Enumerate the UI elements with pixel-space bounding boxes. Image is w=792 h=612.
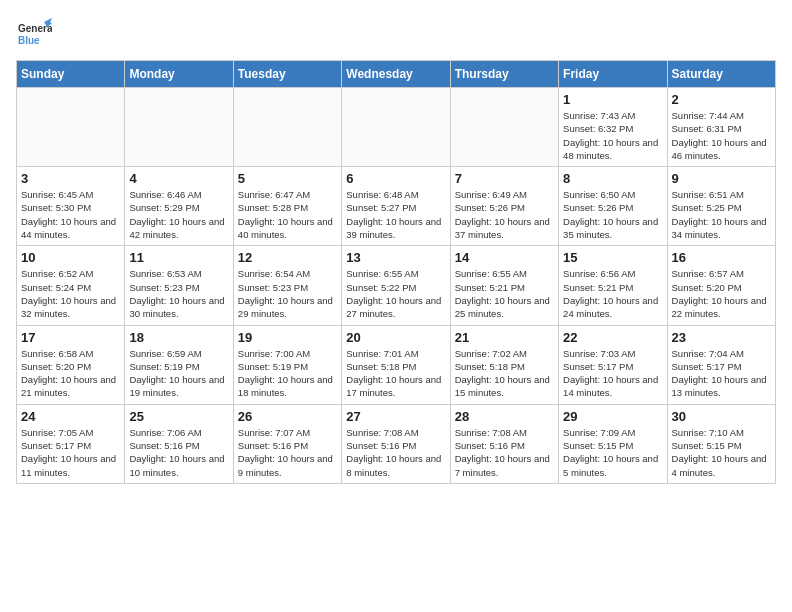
- day-info: Sunrise: 6:49 AM Sunset: 5:26 PM Dayligh…: [455, 188, 554, 241]
- calendar-cell: 28Sunrise: 7:08 AM Sunset: 5:16 PM Dayli…: [450, 404, 558, 483]
- calendar-cell: 22Sunrise: 7:03 AM Sunset: 5:17 PM Dayli…: [559, 325, 667, 404]
- day-info: Sunrise: 6:50 AM Sunset: 5:26 PM Dayligh…: [563, 188, 662, 241]
- day-number: 5: [238, 171, 337, 186]
- calendar-cell: 27Sunrise: 7:08 AM Sunset: 5:16 PM Dayli…: [342, 404, 450, 483]
- calendar-cell: 1Sunrise: 7:43 AM Sunset: 6:32 PM Daylig…: [559, 88, 667, 167]
- calendar-week-2: 10Sunrise: 6:52 AM Sunset: 5:24 PM Dayli…: [17, 246, 776, 325]
- calendar-header-tuesday: Tuesday: [233, 61, 341, 88]
- day-number: 14: [455, 250, 554, 265]
- day-number: 21: [455, 330, 554, 345]
- calendar-header-friday: Friday: [559, 61, 667, 88]
- calendar-cell: 7Sunrise: 6:49 AM Sunset: 5:26 PM Daylig…: [450, 167, 558, 246]
- day-number: 15: [563, 250, 662, 265]
- logo-icon: General Blue: [16, 16, 52, 52]
- calendar-cell: 29Sunrise: 7:09 AM Sunset: 5:15 PM Dayli…: [559, 404, 667, 483]
- day-info: Sunrise: 7:04 AM Sunset: 5:17 PM Dayligh…: [672, 347, 771, 400]
- day-info: Sunrise: 7:01 AM Sunset: 5:18 PM Dayligh…: [346, 347, 445, 400]
- day-number: 10: [21, 250, 120, 265]
- calendar-cell: [342, 88, 450, 167]
- day-info: Sunrise: 7:00 AM Sunset: 5:19 PM Dayligh…: [238, 347, 337, 400]
- day-number: 18: [129, 330, 228, 345]
- svg-text:Blue: Blue: [18, 35, 40, 46]
- calendar-cell: [17, 88, 125, 167]
- calendar-cell: 14Sunrise: 6:55 AM Sunset: 5:21 PM Dayli…: [450, 246, 558, 325]
- day-number: 1: [563, 92, 662, 107]
- day-info: Sunrise: 6:56 AM Sunset: 5:21 PM Dayligh…: [563, 267, 662, 320]
- calendar-cell: 3Sunrise: 6:45 AM Sunset: 5:30 PM Daylig…: [17, 167, 125, 246]
- calendar-table: SundayMondayTuesdayWednesdayThursdayFrid…: [16, 60, 776, 484]
- day-number: 16: [672, 250, 771, 265]
- day-info: Sunrise: 6:51 AM Sunset: 5:25 PM Dayligh…: [672, 188, 771, 241]
- header: General Blue: [16, 16, 776, 52]
- calendar-cell: 19Sunrise: 7:00 AM Sunset: 5:19 PM Dayli…: [233, 325, 341, 404]
- day-info: Sunrise: 7:43 AM Sunset: 6:32 PM Dayligh…: [563, 109, 662, 162]
- day-number: 7: [455, 171, 554, 186]
- calendar-header-wednesday: Wednesday: [342, 61, 450, 88]
- calendar-cell: 6Sunrise: 6:48 AM Sunset: 5:27 PM Daylig…: [342, 167, 450, 246]
- day-info: Sunrise: 7:05 AM Sunset: 5:17 PM Dayligh…: [21, 426, 120, 479]
- day-info: Sunrise: 6:58 AM Sunset: 5:20 PM Dayligh…: [21, 347, 120, 400]
- day-info: Sunrise: 6:55 AM Sunset: 5:21 PM Dayligh…: [455, 267, 554, 320]
- calendar-cell: 8Sunrise: 6:50 AM Sunset: 5:26 PM Daylig…: [559, 167, 667, 246]
- day-number: 13: [346, 250, 445, 265]
- calendar-header-saturday: Saturday: [667, 61, 775, 88]
- calendar-cell: 30Sunrise: 7:10 AM Sunset: 5:15 PM Dayli…: [667, 404, 775, 483]
- day-info: Sunrise: 7:08 AM Sunset: 5:16 PM Dayligh…: [346, 426, 445, 479]
- day-info: Sunrise: 6:52 AM Sunset: 5:24 PM Dayligh…: [21, 267, 120, 320]
- calendar-cell: 17Sunrise: 6:58 AM Sunset: 5:20 PM Dayli…: [17, 325, 125, 404]
- logo: General Blue: [16, 16, 52, 52]
- calendar-cell: 11Sunrise: 6:53 AM Sunset: 5:23 PM Dayli…: [125, 246, 233, 325]
- day-info: Sunrise: 6:46 AM Sunset: 5:29 PM Dayligh…: [129, 188, 228, 241]
- day-number: 3: [21, 171, 120, 186]
- day-info: Sunrise: 6:55 AM Sunset: 5:22 PM Dayligh…: [346, 267, 445, 320]
- day-number: 26: [238, 409, 337, 424]
- day-info: Sunrise: 7:44 AM Sunset: 6:31 PM Dayligh…: [672, 109, 771, 162]
- day-number: 8: [563, 171, 662, 186]
- calendar-cell: 16Sunrise: 6:57 AM Sunset: 5:20 PM Dayli…: [667, 246, 775, 325]
- day-number: 4: [129, 171, 228, 186]
- day-number: 6: [346, 171, 445, 186]
- day-info: Sunrise: 6:48 AM Sunset: 5:27 PM Dayligh…: [346, 188, 445, 241]
- calendar-cell: 26Sunrise: 7:07 AM Sunset: 5:16 PM Dayli…: [233, 404, 341, 483]
- day-info: Sunrise: 6:47 AM Sunset: 5:28 PM Dayligh…: [238, 188, 337, 241]
- day-number: 23: [672, 330, 771, 345]
- day-number: 12: [238, 250, 337, 265]
- day-info: Sunrise: 7:03 AM Sunset: 5:17 PM Dayligh…: [563, 347, 662, 400]
- calendar-cell: 9Sunrise: 6:51 AM Sunset: 5:25 PM Daylig…: [667, 167, 775, 246]
- calendar-header-thursday: Thursday: [450, 61, 558, 88]
- day-number: 22: [563, 330, 662, 345]
- calendar-cell: 10Sunrise: 6:52 AM Sunset: 5:24 PM Dayli…: [17, 246, 125, 325]
- calendar-cell: 20Sunrise: 7:01 AM Sunset: 5:18 PM Dayli…: [342, 325, 450, 404]
- calendar-header-sunday: Sunday: [17, 61, 125, 88]
- day-number: 30: [672, 409, 771, 424]
- calendar-cell: 15Sunrise: 6:56 AM Sunset: 5:21 PM Dayli…: [559, 246, 667, 325]
- calendar-cell: [125, 88, 233, 167]
- day-number: 25: [129, 409, 228, 424]
- calendar-cell: 4Sunrise: 6:46 AM Sunset: 5:29 PM Daylig…: [125, 167, 233, 246]
- calendar-header-monday: Monday: [125, 61, 233, 88]
- day-number: 11: [129, 250, 228, 265]
- calendar-cell: 24Sunrise: 7:05 AM Sunset: 5:17 PM Dayli…: [17, 404, 125, 483]
- day-info: Sunrise: 7:09 AM Sunset: 5:15 PM Dayligh…: [563, 426, 662, 479]
- day-number: 27: [346, 409, 445, 424]
- calendar-cell: 12Sunrise: 6:54 AM Sunset: 5:23 PM Dayli…: [233, 246, 341, 325]
- day-number: 19: [238, 330, 337, 345]
- day-info: Sunrise: 7:08 AM Sunset: 5:16 PM Dayligh…: [455, 426, 554, 479]
- day-info: Sunrise: 6:53 AM Sunset: 5:23 PM Dayligh…: [129, 267, 228, 320]
- day-info: Sunrise: 6:45 AM Sunset: 5:30 PM Dayligh…: [21, 188, 120, 241]
- day-info: Sunrise: 6:57 AM Sunset: 5:20 PM Dayligh…: [672, 267, 771, 320]
- day-number: 24: [21, 409, 120, 424]
- calendar-header-row: SundayMondayTuesdayWednesdayThursdayFrid…: [17, 61, 776, 88]
- calendar-cell: 25Sunrise: 7:06 AM Sunset: 5:16 PM Dayli…: [125, 404, 233, 483]
- day-number: 2: [672, 92, 771, 107]
- calendar-cell: 2Sunrise: 7:44 AM Sunset: 6:31 PM Daylig…: [667, 88, 775, 167]
- calendar-cell: 21Sunrise: 7:02 AM Sunset: 5:18 PM Dayli…: [450, 325, 558, 404]
- day-info: Sunrise: 7:06 AM Sunset: 5:16 PM Dayligh…: [129, 426, 228, 479]
- day-info: Sunrise: 6:59 AM Sunset: 5:19 PM Dayligh…: [129, 347, 228, 400]
- calendar-week-0: 1Sunrise: 7:43 AM Sunset: 6:32 PM Daylig…: [17, 88, 776, 167]
- calendar-cell: 18Sunrise: 6:59 AM Sunset: 5:19 PM Dayli…: [125, 325, 233, 404]
- day-info: Sunrise: 6:54 AM Sunset: 5:23 PM Dayligh…: [238, 267, 337, 320]
- calendar-cell: 23Sunrise: 7:04 AM Sunset: 5:17 PM Dayli…: [667, 325, 775, 404]
- calendar-week-3: 17Sunrise: 6:58 AM Sunset: 5:20 PM Dayli…: [17, 325, 776, 404]
- day-number: 20: [346, 330, 445, 345]
